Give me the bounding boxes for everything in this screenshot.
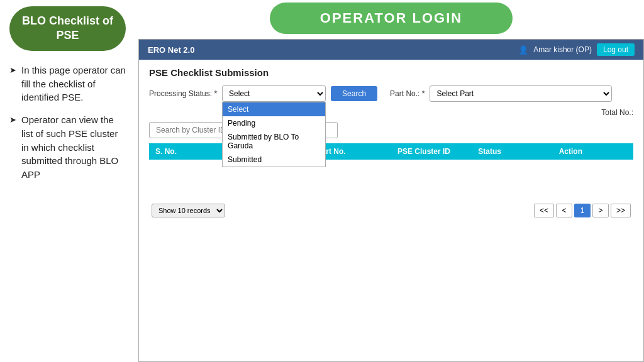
part-no-select[interactable]: Select Part Select Part	[430, 85, 612, 102]
pagination-first[interactable]: <<	[534, 204, 554, 217]
operator-login-button[interactable]: OPERATOR LOGIN	[270, 3, 513, 34]
pagination-next[interactable]: >	[592, 204, 609, 217]
dd-item-pending[interactable]: Pending	[223, 116, 325, 130]
th-cluster: PSE Cluster ID	[391, 143, 472, 160]
blo-badge: BLO Checklist of PSE	[9, 6, 126, 51]
form-title: PSE Checklist Submission	[149, 67, 633, 78]
form-area: PSE Checklist Submission Processing Stat…	[139, 60, 643, 225]
left-panel: BLO Checklist of PSE In this page operat…	[0, 0, 135, 362]
th-sno: S. No.	[149, 143, 230, 160]
pagination-row: Show 10 records Show 10 records << < 1 >…	[149, 204, 633, 217]
th-action: Action	[553, 143, 633, 160]
form-row-status: Processing Status: * Select SelectPendin…	[149, 85, 633, 102]
th-status: Status	[472, 143, 552, 160]
pagination-prev[interactable]: <	[556, 204, 572, 217]
dd-item-submitted-blo[interactable]: Submitted by BLO To Garuda	[223, 130, 325, 153]
part-no-group: Part No.: * Select Part Select Part	[390, 85, 612, 102]
total-label: Total No.:	[601, 108, 633, 117]
logout-button[interactable]: Log out	[597, 43, 635, 56]
pagination-current[interactable]: 1	[574, 204, 591, 217]
pagination-buttons: << < 1 > >>	[534, 204, 631, 217]
processing-status-dropdown[interactable]: Select Pending Submitted by BLO To Garud…	[222, 102, 326, 167]
nav-bar: ERO Net 2.0 👤 Amar kishor (OP) Log out	[139, 40, 643, 60]
main-content: ERO Net 2.0 👤 Amar kishor (OP) Log out P…	[138, 39, 644, 362]
dd-item-select[interactable]: Select	[223, 102, 325, 116]
processing-status-group: Processing Status: * Select SelectPendin…	[149, 85, 377, 102]
user-icon: 👤	[518, 45, 528, 55]
records-per-page-select[interactable]: Show 10 records Show 10 records	[152, 204, 225, 217]
part-no-label: Part No.: *	[390, 89, 425, 98]
user-info-section: 👤 Amar kishor (OP) Log out	[518, 43, 635, 56]
app-name: ERO Net 2.0	[148, 45, 194, 55]
bullet-list: In this page operator can fill the check…	[9, 63, 126, 182]
dd-item-submitted[interactable]: Submitted	[223, 153, 325, 167]
search-button[interactable]: Search	[331, 86, 377, 101]
username-label: Amar kishor (OP)	[533, 45, 592, 54]
processing-select-wrapper: Select SelectPendingSubmitted by BLO To …	[222, 85, 326, 102]
top-header: OPERATOR LOGIN	[138, 0, 644, 36]
processing-status-select[interactable]: Select SelectPendingSubmitted by BLO To …	[222, 85, 326, 102]
bullet-item-2: Operator can view the list of such PSE c…	[9, 113, 126, 182]
pagination-last[interactable]: >>	[611, 204, 631, 217]
bullet-item-1: In this page operator can fill the check…	[9, 63, 126, 104]
processing-status-label: Processing Status: *	[149, 89, 217, 98]
